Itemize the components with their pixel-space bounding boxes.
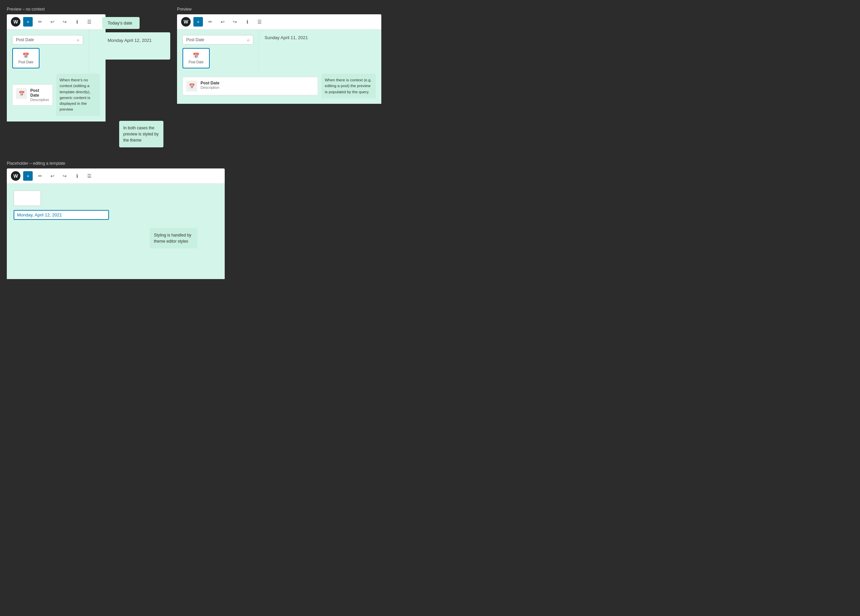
panel-preview: Preview W + ✏ ↩ ↪ ℹ ☰ Post Date: [177, 7, 381, 147]
wp-logo-1: W: [11, 17, 20, 27]
pen-button-1[interactable]: ✏: [35, 17, 45, 27]
post-date-block-1[interactable]: 📅 Post Date: [12, 48, 39, 68]
placeholder-content: Monday, April 12, 2021 Styling is handle…: [7, 184, 225, 279]
todays-date-callout: Today's date: [102, 17, 140, 29]
redo-button-2[interactable]: ↪: [230, 17, 240, 27]
styling-callout: Styling is handled by theme editor style…: [150, 228, 198, 248]
post-date-label-2: Post Date: [188, 60, 204, 64]
info-button-1[interactable]: ℹ: [72, 17, 82, 27]
post-date-block-2[interactable]: 📅 Post Date: [182, 48, 210, 68]
redo-button-1[interactable]: ↪: [60, 17, 69, 27]
menu-button-1[interactable]: ☰: [85, 17, 94, 27]
block-row-1: 📅 Post Date Description When there's no …: [7, 74, 105, 122]
menu-button-3[interactable]: ☰: [85, 171, 94, 181]
menu-button-2[interactable]: ☰: [255, 17, 264, 27]
block-info-1: Post Date Description: [30, 88, 49, 102]
block-row-2: 📅 Post Date Description When there is co…: [177, 74, 381, 104]
wp-logo-3: W: [11, 171, 20, 181]
search-label-2: Post Date: [186, 38, 204, 42]
add-button-2[interactable]: +: [193, 17, 203, 27]
editor-frame-1: W + ✏ ↩ ↪ ℹ ☰ Post Date ⌕: [7, 14, 105, 122]
shared-callout: In both cases the preview is styled by t…: [119, 121, 163, 147]
search-icon-2: ⌕: [247, 38, 250, 42]
middle-area: Today's date Monday April 12, 2021 In bo…: [112, 7, 170, 147]
block-inspector-1: 📅 Post Date Description: [12, 85, 53, 105]
block-inspector-2: 📅 Post Date Description: [182, 77, 318, 95]
date-display-2: Sunday April 11, 2021: [265, 35, 376, 40]
calendar-icon-1: 📅: [22, 52, 29, 59]
block-desc-1: Description: [30, 98, 49, 102]
search-bar-2[interactable]: Post Date ⌕: [182, 35, 253, 45]
date-area-middle: Monday April 12, 2021: [102, 32, 170, 60]
toolbar-2: W + ✏ ↩ ↪ ℹ ☰: [177, 14, 381, 30]
block-desc-2: Description: [201, 85, 314, 89]
placeholder-editor: W + ✏ ↩ ↪ ℹ ☰ Monday, April 12, 2021 Sty…: [7, 168, 225, 279]
editor-frame-2: W + ✏ ↩ ↪ ℹ ☰ Post Date ⌕: [177, 14, 381, 104]
add-button-3[interactable]: +: [23, 171, 33, 181]
date-selected: Monday, April 12, 2021: [14, 210, 109, 220]
add-button-1[interactable]: +: [23, 17, 33, 27]
post-date-label-1: Post Date: [18, 60, 33, 64]
panel1-label: Preview – no context: [7, 7, 105, 12]
block-info-2: Post Date Description: [201, 81, 314, 92]
pen-button-2[interactable]: ✏: [206, 17, 215, 27]
editor-right-2: Sunday April 11, 2021: [259, 30, 381, 74]
panel-no-context: Preview – no context W + ✏ ↩ ↪ ℹ ☰ Post …: [7, 7, 105, 147]
editor-left-1: Post Date ⌕ 📅 Post Date: [7, 30, 88, 74]
undo-button-2[interactable]: ↩: [218, 17, 228, 27]
editor-left-2: Post Date ⌕ 📅 Post Date: [177, 30, 259, 74]
redo-button-3[interactable]: ↪: [60, 171, 69, 181]
date-area-2: Sunday April 11, 2021: [259, 30, 381, 45]
undo-button-1[interactable]: ↩: [48, 17, 57, 27]
panel2-label: Preview: [177, 7, 381, 12]
toolbar-1: W + ✏ ↩ ↪ ℹ ☰: [7, 14, 105, 30]
block-icon-2: 📅: [186, 81, 197, 92]
callout-2: When there is context (e.g. editing a po…: [322, 74, 376, 98]
callout-1: When there's no context (editing a templ…: [56, 74, 100, 116]
placeholder-label: Placeholder – editing a template: [7, 161, 853, 166]
date-display-1: Monday April 12, 2021: [108, 38, 165, 43]
search-label-1: Post Date: [16, 38, 34, 42]
undo-button-3[interactable]: ↩: [48, 171, 57, 181]
info-button-3[interactable]: ℹ: [72, 171, 82, 181]
calendar-icon-2: 📅: [193, 52, 199, 59]
placeholder-block: [14, 191, 41, 206]
editor-content-2: Post Date ⌕ 📅 Post Date Sunday April 11,…: [177, 30, 381, 74]
search-bar-1[interactable]: Post Date ⌕: [12, 35, 83, 45]
search-icon-1: ⌕: [77, 38, 79, 42]
bottom-section: Placeholder – editing a template W + ✏ ↩…: [7, 161, 853, 279]
block-name-1: Post Date: [30, 88, 49, 98]
pen-button-3[interactable]: ✏: [35, 171, 45, 181]
info-button-2[interactable]: ℹ: [242, 17, 252, 27]
editor-content-1: Post Date ⌕ 📅 Post Date: [7, 30, 105, 74]
wp-logo-2: W: [181, 17, 191, 27]
block-name-2: Post Date: [201, 81, 314, 85]
block-icon-1: 📅: [16, 88, 27, 99]
toolbar-3: W + ✏ ↩ ↪ ℹ ☰: [7, 168, 225, 184]
